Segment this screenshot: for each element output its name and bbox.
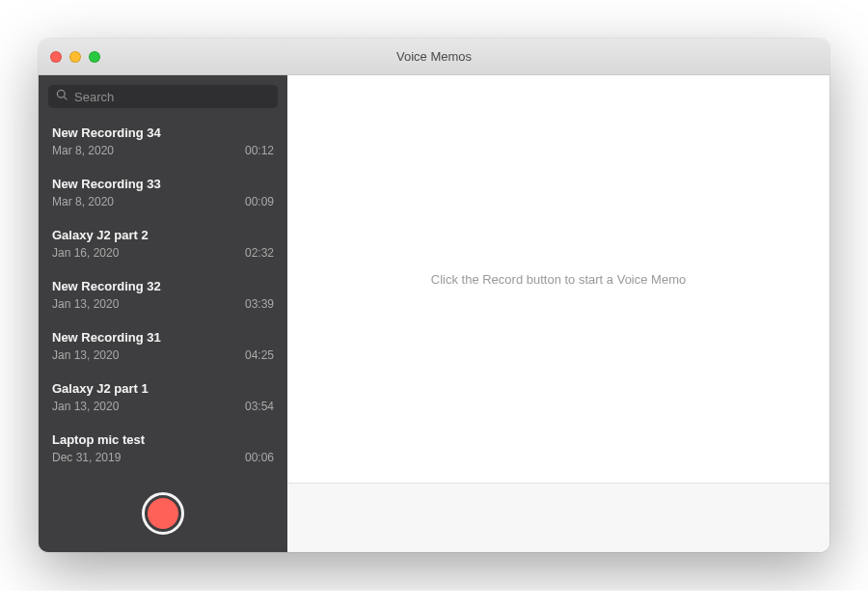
recording-duration: 04:25 <box>245 348 274 362</box>
recording-date: Jan 13, 2020 <box>52 400 119 413</box>
recording-title: Laptop mic test <box>52 432 274 447</box>
recording-duration: 00:12 <box>245 144 274 157</box>
recording-duration: 03:54 <box>245 400 274 413</box>
list-item[interactable]: Galaxy J2 part 1 Jan 13, 2020 03:54 <box>39 372 287 423</box>
search-icon <box>56 88 68 105</box>
recording-date: Jan 13, 2020 <box>52 297 119 311</box>
close-window-button[interactable] <box>50 51 62 63</box>
recording-duration: 02:32 <box>245 246 274 260</box>
recording-date: Dec 31, 2019 <box>52 451 121 464</box>
recording-meta: Jan 16, 2020 02:32 <box>52 246 274 260</box>
recording-date: Mar 8, 2020 <box>52 195 114 208</box>
search-container <box>39 75 287 116</box>
minimize-window-button[interactable] <box>69 51 81 63</box>
recording-title: New Recording 32 <box>52 279 274 293</box>
window-body: New Recording 34 Mar 8, 2020 00:12 New R… <box>39 75 829 552</box>
sidebar: New Recording 34 Mar 8, 2020 00:12 New R… <box>39 75 287 552</box>
search-field[interactable] <box>48 85 278 108</box>
list-item[interactable]: New Recording 33 Mar 8, 2020 00:09 <box>39 167 287 218</box>
recording-meta: Mar 8, 2020 00:12 <box>52 144 274 157</box>
recording-date: Jan 16, 2020 <box>52 246 119 260</box>
titlebar: Voice Memos <box>39 39 829 75</box>
recording-meta: Jan 13, 2020 04:25 <box>52 348 274 362</box>
list-item[interactable]: Galaxy J2 part 2 Jan 16, 2020 02:32 <box>39 218 287 269</box>
recording-meta: Dec 31, 2019 00:06 <box>52 451 274 464</box>
recording-title: Galaxy J2 part 2 <box>52 228 274 242</box>
recording-duration: 00:06 <box>245 451 274 464</box>
main-panel: Click the Record button to start a Voice… <box>287 75 829 552</box>
recording-duration: 03:39 <box>245 297 274 311</box>
record-icon <box>148 498 178 529</box>
recording-title: New Recording 31 <box>52 330 274 345</box>
recording-duration: 00:09 <box>245 195 274 208</box>
list-item[interactable]: New Recording 34 Mar 8, 2020 00:12 <box>39 116 287 167</box>
record-area <box>39 475 287 552</box>
recording-meta: Jan 13, 2020 03:54 <box>52 400 274 413</box>
recordings-list[interactable]: New Recording 34 Mar 8, 2020 00:12 New R… <box>39 116 287 475</box>
search-input[interactable] <box>74 90 270 104</box>
recording-date: Mar 8, 2020 <box>52 144 114 157</box>
recording-date: Jan 13, 2020 <box>52 348 119 362</box>
list-item[interactable]: Laptop mic test Dec 31, 2019 00:06 <box>39 423 287 474</box>
main-empty-state: Click the Record button to start a Voice… <box>287 75 829 483</box>
recording-meta: Mar 8, 2020 00:09 <box>52 195 274 208</box>
list-item[interactable]: New Recording 31 Jan 13, 2020 04:25 <box>39 320 287 372</box>
recording-title: New Recording 34 <box>52 125 274 140</box>
playback-footer <box>287 483 829 552</box>
recording-meta: Jan 13, 2020 03:39 <box>52 297 274 311</box>
record-button[interactable] <box>142 492 184 535</box>
recording-title: New Recording 33 <box>52 177 274 191</box>
app-window: Voice Memos New Recording 34 Mar 8, 2020… <box>39 39 829 552</box>
recording-title: Galaxy J2 part 1 <box>52 381 274 396</box>
list-item[interactable]: New Recording 32 Jan 13, 2020 03:39 <box>39 269 287 320</box>
empty-state-text: Click the Record button to start a Voice… <box>431 272 686 287</box>
window-controls <box>50 51 100 63</box>
window-title: Voice Memos <box>39 49 829 64</box>
maximize-window-button[interactable] <box>89 51 100 63</box>
